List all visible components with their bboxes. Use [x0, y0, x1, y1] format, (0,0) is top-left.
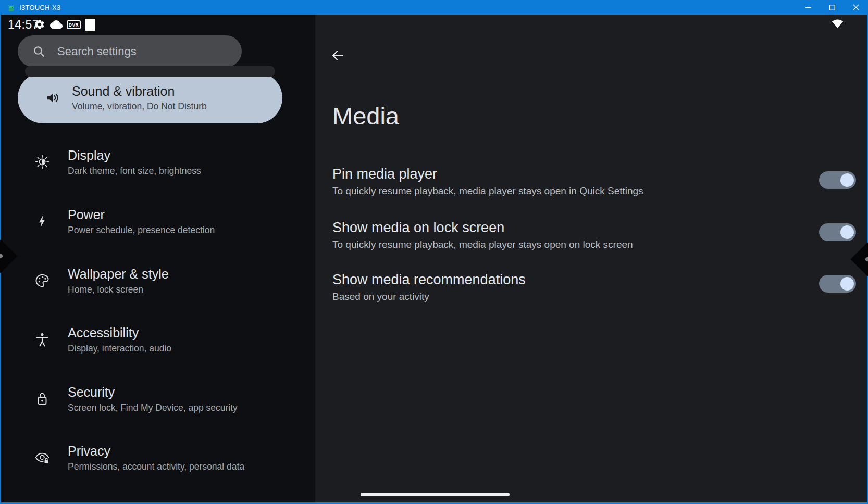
sidebar-item-title: Wallpaper & style: [68, 266, 169, 282]
sidebar-item-privacy[interactable]: Privacy Permissions, account activity, p…: [1, 437, 298, 478]
setting-title: Pin media player: [332, 166, 791, 183]
handle-dot-icon: [864, 256, 868, 262]
sidebar-item-accessibility[interactable]: Accessibility Display, interaction, audi…: [1, 319, 298, 360]
page-title: Media: [332, 102, 399, 130]
back-arrow-icon: [330, 48, 344, 62]
lock-icon: [34, 391, 50, 407]
setting-subtitle: To quickly resume playback, media player…: [332, 238, 791, 251]
setting-subtitle: Based on your activity: [332, 290, 791, 303]
settings-sidebar: Search settings Sound & vibration Volume…: [1, 15, 315, 502]
lightning-bolt-icon: [34, 213, 50, 229]
window-titlebar: i3TOUCH-X3: [0, 0, 868, 15]
toggle-pin-media-player[interactable]: [819, 171, 856, 189]
sidebar-item-display[interactable]: Display Dark theme, font size, brightnes…: [1, 142, 298, 182]
back-button[interactable]: [328, 46, 346, 65]
setting-title: Show media on lock screen: [332, 219, 791, 236]
speaker-icon: [45, 90, 60, 106]
window-title: i3TOUCH-X3: [20, 4, 60, 11]
maximize-button[interactable]: [820, 0, 844, 15]
toggle-thumb: [840, 225, 854, 239]
sidebar-item-subtitle: Dark theme, font size, brightness: [68, 165, 201, 177]
app-window: i3TOUCH-X3 Search settings: [0, 0, 868, 504]
setting-row-pin-media-player[interactable]: Pin media player To quickly resume playb…: [332, 166, 791, 197]
sidebar-item-subtitle: Display, interaction, audio: [68, 342, 171, 355]
toggle-show-media-recommendations[interactable]: [819, 275, 856, 293]
sidebar-item-subtitle: Volume, vibration, Do Not Disturb: [72, 100, 207, 112]
sidebar-item-text: Wallpaper & style Home, lock screen: [68, 266, 169, 296]
sidebar-item-text: Sound & vibration Volume, vibration, Do …: [72, 83, 207, 112]
android-screen: Search settings Sound & vibration Volume…: [0, 15, 868, 504]
sidebar-item-security[interactable]: Security Screen lock, Find My Device, ap…: [1, 379, 298, 419]
android-app-icon: [6, 3, 16, 12]
brightness-icon: [34, 154, 50, 170]
maximize-icon: [829, 5, 835, 10]
previous-item-card-edge: [25, 66, 275, 77]
accessibility-person-icon: [34, 332, 50, 347]
handle-dot-icon: [0, 253, 4, 259]
cloud-icon: [50, 20, 63, 29]
close-button[interactable]: [844, 0, 868, 15]
search-placeholder: Search settings: [57, 45, 137, 58]
search-icon: [32, 45, 46, 58]
toggle-thumb: [840, 277, 854, 291]
sidebar-item-power[interactable]: Power Power schedule, presence detection: [1, 201, 298, 242]
sidebar-item-sound-vibration[interactable]: Sound & vibration Volume, vibration, Do …: [18, 72, 282, 123]
minimize-icon: [805, 5, 811, 10]
sidebar-item-title: Security: [68, 384, 238, 400]
palette-icon: [34, 273, 50, 288]
sidebar-item-subtitle: Power schedule, presence detection: [68, 224, 215, 236]
setting-row-show-media-recommendations[interactable]: Show media recommendations Based on your…: [332, 271, 791, 303]
setting-row-show-media-lock-screen[interactable]: Show media on lock screen To quickly res…: [332, 219, 791, 251]
sidebar-item-title: Accessibility: [68, 325, 171, 341]
sidebar-item-title: Display: [68, 147, 201, 163]
search-input[interactable]: Search settings: [18, 35, 242, 67]
setting-title: Show media recommendations: [332, 271, 791, 288]
wifi-icon: [832, 18, 844, 28]
sidebar-item-text: Accessibility Display, interaction, audi…: [68, 325, 171, 355]
dvr-badge-icon: DVR: [67, 20, 81, 29]
sidebar-item-title: Privacy: [68, 443, 244, 459]
gesture-navigation-bar[interactable]: [361, 493, 510, 496]
sidebar-item-text: Display Dark theme, font size, brightnes…: [68, 147, 201, 177]
sidebar-item-subtitle: Screen lock, Find My Device, app securit…: [68, 401, 238, 414]
sidebar-item-subtitle: Permissions, account activity, personal …: [68, 460, 244, 473]
setting-subtitle: To quickly resume playback, media player…: [332, 184, 791, 197]
sidebar-item-title: Sound & vibration: [72, 83, 207, 99]
settings-gear-icon: [34, 19, 45, 30]
sidebar-item-title: Power: [68, 207, 215, 222]
close-icon: [853, 4, 859, 10]
blank-screen-icon: [85, 19, 95, 31]
sidebar-item-text: Power Power schedule, presence detection: [68, 207, 215, 236]
sidebar-item-text: Security Screen lock, Find My Device, ap…: [68, 384, 238, 414]
sidebar-item-text: Privacy Permissions, account activity, p…: [68, 443, 244, 473]
window-controls: [796, 0, 868, 15]
android-status-bar: 14:57 DVR: [1, 15, 867, 32]
toggle-show-media-lock-screen[interactable]: [819, 223, 856, 241]
toggle-thumb: [840, 173, 854, 187]
eye-lock-icon: [34, 450, 50, 465]
minimize-button[interactable]: [796, 0, 820, 15]
sidebar-item-subtitle: Home, lock screen: [68, 283, 169, 296]
media-settings-panel: Media Pin media player To quickly resume…: [315, 15, 867, 502]
sidebar-item-wallpaper-style[interactable]: Wallpaper & style Home, lock screen: [1, 260, 298, 301]
